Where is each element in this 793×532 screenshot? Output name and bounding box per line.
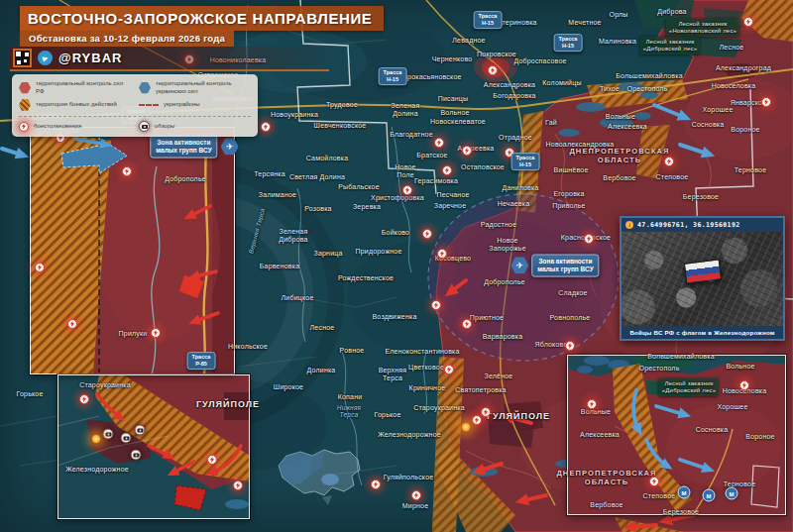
geo-pin-icon: i xyxy=(625,221,633,229)
rybar-handle: @RYBAR xyxy=(58,51,122,65)
photo-coordinates: 47.64996761, 36.19560192 xyxy=(637,221,740,229)
photo-inset-header: i 47.64996761, 36.19560192 xyxy=(622,218,783,232)
legend-items-secondary: боестолкновенияобзоры xyxy=(19,121,251,132)
photo-image xyxy=(622,232,783,326)
legend-item-label: территориальный контроль украинских сил xyxy=(156,80,251,95)
telegram-icon: ▶ xyxy=(38,51,53,65)
fortification-line-icon xyxy=(139,104,159,106)
rybar-banner: ▶ @RYBAR xyxy=(10,47,329,71)
map-subtitle: Обстановка за 10-12 февраля 2026 года xyxy=(20,30,234,47)
legend-item-label: территория боевых действий xyxy=(36,101,117,109)
legend-item: территория боевых действий xyxy=(19,99,131,111)
legend-item: территориальный контроль сил РФ xyxy=(19,80,131,95)
photo-caption: Бойцы ВС РФ с флагом в Железнодорожном xyxy=(622,326,783,339)
legend-item: укрепрайоны xyxy=(139,99,251,111)
legend-panel: территориальный контроль сил РФтерритори… xyxy=(12,74,258,137)
legend-item-label: обзоры xyxy=(155,123,174,131)
combat-zone-icon xyxy=(19,99,31,111)
rf-control-icon xyxy=(19,82,31,94)
qr-code-icon xyxy=(13,49,32,67)
legend-item-label: укрепрайоны xyxy=(164,101,200,109)
legend-item-label: территориальный контроль сил РФ xyxy=(36,80,131,95)
ua-control-icon xyxy=(139,82,151,94)
legend-items: территориальный контроль сил РФтерритори… xyxy=(19,80,251,111)
map-title: ВОСТОЧНО-ЗАПОРОЖСКОЕ НАПРАВЛЕНИЕ xyxy=(20,6,384,31)
map-canvas: i 47.64996761, 36.19560192 Бойцы ВС РФ с… xyxy=(0,0,793,532)
clash-icon xyxy=(19,122,29,132)
legend-item-label: боестолкновения xyxy=(34,123,81,131)
legend-item: обзоры xyxy=(139,121,251,132)
russian-flag xyxy=(683,259,721,283)
photo-inset: i 47.64996761, 36.19560192 Бойцы ВС РФ с… xyxy=(620,216,785,341)
review-icon xyxy=(139,121,150,132)
legend-item: территориальный контроль украинских сил xyxy=(139,80,251,95)
legend-item: боестолкновения xyxy=(19,121,131,132)
legend-divider xyxy=(19,116,251,117)
